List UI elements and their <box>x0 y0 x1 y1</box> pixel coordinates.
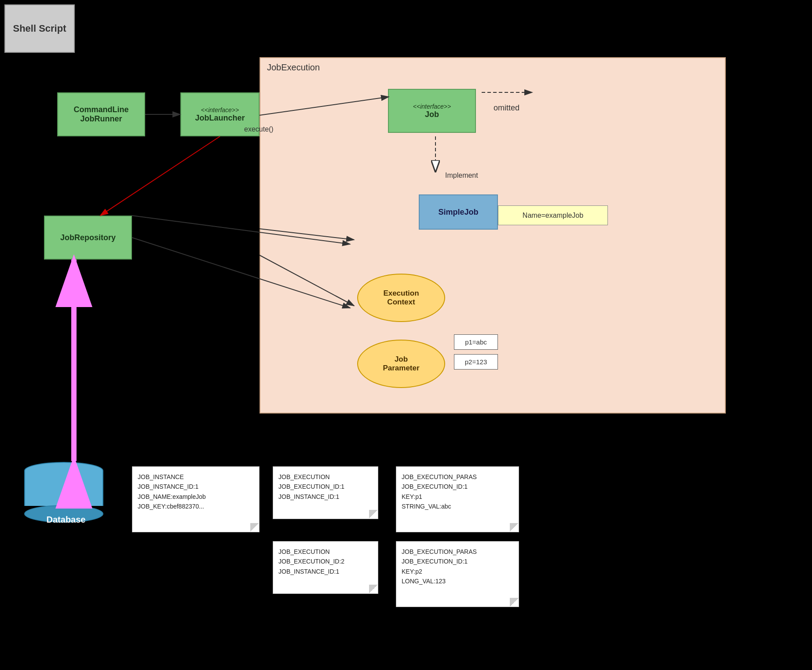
database-label: Database <box>31 515 101 525</box>
note3-line3: KEY:p1 <box>402 492 513 502</box>
shell-script-label: Shell Script <box>13 23 66 34</box>
shell-script-box: Shell Script <box>4 4 75 53</box>
execution-context-label: ExecutionContext <box>383 289 419 307</box>
database-cylinder <box>24 462 103 523</box>
note-job-instance: JOB_INSTANCE JOB_INSTANCE_ID:1 JOB_NAME:… <box>132 466 260 532</box>
note3-line4: STRING_VAL:abc <box>402 502 513 511</box>
job-interface-tag: <<interface>> <box>413 103 451 110</box>
implement-text: Implement <box>445 172 478 179</box>
note3-line2: JOB_EXECUTION_ID:1 <box>402 482 513 491</box>
note2-line2: JOB_EXECUTION_ID:1 <box>278 482 373 491</box>
omitted-label: omitted <box>494 103 519 113</box>
note1-line2: JOB_INSTANCE_ID:1 <box>138 482 254 491</box>
job-parameter-label: JobParameter <box>383 355 419 373</box>
cmd-runner-box: CommandLineJobRunner <box>57 92 145 136</box>
note-job-execution-1: JOB_EXECUTION JOB_EXECUTION_ID:1 JOB_INS… <box>273 466 378 519</box>
db-body <box>24 471 103 506</box>
job-execution-label: JobExecution <box>267 62 320 73</box>
simple-job-box: SimpleJob <box>419 194 498 230</box>
job-repo-label: JobRepository <box>60 233 116 242</box>
note5-line4: LONG_VAL:123 <box>402 576 513 586</box>
note4-line1: JOB_EXECUTION <box>278 547 373 557</box>
cmd-runner-label: CommandLineJobRunner <box>73 105 128 124</box>
note5-line3: KEY:p2 <box>402 567 513 576</box>
note1-line4: JOB_KEY:cbef882370... <box>138 502 254 511</box>
note4-line3: JOB_INSTANCE_ID:1 <box>278 567 373 576</box>
note-job-execution-2: JOB_EXECUTION JOB_EXECUTION_ID:2 JOB_INS… <box>273 541 378 594</box>
note1-line3: JOB_NAME:exampleJob <box>138 492 254 502</box>
note5-line1: JOB_EXECUTION_PARAS <box>402 547 513 557</box>
name-tag: Name=exampleJob <box>498 205 608 225</box>
name-tag-label: Name=exampleJob <box>523 212 583 220</box>
job-interface-box: <<interface>> Job <box>388 89 476 133</box>
omitted-text: omitted <box>494 103 519 112</box>
job-launcher-interface-tag: <<interface>> <box>195 106 245 113</box>
execute-label: execute() <box>244 125 274 133</box>
job-launcher-label: JobLauncher <box>195 113 245 122</box>
note4-line2: JOB_EXECUTION_ID:2 <box>278 557 373 566</box>
p1-label: p1=abc <box>465 338 487 346</box>
note-job-execution-paras-2: JOB_EXECUTION_PARAS JOB_EXECUTION_ID:1 K… <box>396 541 519 607</box>
note-job-execution-paras-1: JOB_EXECUTION_PARAS JOB_EXECUTION_ID:1 K… <box>396 466 519 532</box>
p2-label: p2=123 <box>465 358 487 366</box>
simple-job-label: SimpleJob <box>438 208 478 217</box>
job-repo-box: JobRepository <box>44 216 132 260</box>
p2-tag: p2=123 <box>454 354 498 370</box>
svg-line-10 <box>100 136 220 216</box>
implement-label: Implement <box>445 172 478 179</box>
note1-line1: JOB_INSTANCE <box>138 472 254 482</box>
job-execution-container: JobExecution <<interface>> Job SimpleJob… <box>260 57 726 414</box>
execution-context-ellipse: ExecutionContext <box>357 274 445 322</box>
note2-line3: JOB_INSTANCE_ID:1 <box>278 492 373 502</box>
job-interface-label: Job <box>425 110 439 119</box>
p1-tag: p1=abc <box>454 334 498 350</box>
note2-line1: JOB_EXECUTION <box>278 472 373 482</box>
job-parameter-ellipse: JobParameter <box>357 340 445 388</box>
note5-line2: JOB_EXECUTION_ID:1 <box>402 557 513 566</box>
note3-line1: JOB_EXECUTION_PARAS <box>402 472 513 482</box>
